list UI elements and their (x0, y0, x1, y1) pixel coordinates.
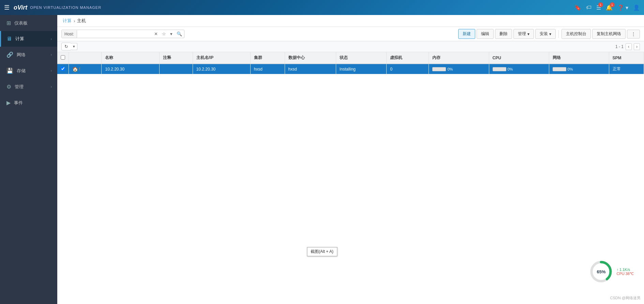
copy-network-button[interactable]: 复制主机网络 (592, 29, 626, 39)
row-memory: 0% (429, 64, 489, 74)
host-icon: 🏠 (72, 66, 78, 72)
breadcrumb: 计算 › 主机 (57, 15, 644, 27)
breadcrumb-current: 主机 (77, 18, 86, 24)
bell-icon[interactable]: 🔔 1 (606, 4, 613, 11)
sidebar-item-dashboard[interactable]: ⊞ 仪表板 (0, 15, 57, 31)
brand: oVirt OPEN VIRTUALIZATION MANAGER (14, 4, 101, 11)
bookmark-icon[interactable]: 🔖 (574, 4, 581, 11)
storage-chevron-icon: › (51, 69, 52, 73)
row-spm: 正常 (609, 64, 644, 74)
hosts-table-container: 名称 注释 主机名/IP 集群 数据中心 状态 虚拟机 内存 CPU 网络 SP… (57, 52, 644, 304)
user-icon[interactable]: 👤 (633, 4, 640, 11)
row-checkbox-cell[interactable] (57, 64, 69, 74)
cpu-info: ↑ 1.1K/s CPU 38℃ (616, 268, 634, 276)
col-status[interactable]: 状态 (336, 52, 387, 64)
brand-logo: oVirt (14, 4, 27, 11)
delete-button[interactable]: 删除 (495, 29, 512, 39)
search-box: Host: ✕ ☆ ▾ 🔍 (61, 30, 184, 38)
breadcrumb-separator: › (74, 18, 75, 24)
row-network: 0% (549, 64, 609, 74)
breadcrumb-parent[interactable]: 计算 (63, 18, 72, 24)
main-layout: ⊞ 仪表板 🖥 计算 › 🔗 网络 › 💾 存储 › ⚙ 管理 › ▶ 事件 (0, 15, 644, 304)
col-spm[interactable]: SPM (609, 52, 644, 64)
table-row[interactable]: 🏠 ! 10.2.20.30 10.2.20.30 hxsd hxsd Inst… (57, 64, 644, 74)
col-network[interactable]: 网络 (549, 52, 609, 64)
sidebar-item-network[interactable]: 🔗 网络 › (0, 47, 57, 63)
prev-page-button[interactable]: ‹ (626, 43, 632, 50)
select-all-checkbox[interactable] (61, 55, 65, 60)
manage-chevron-icon: ▾ (527, 32, 529, 36)
sidebar-item-storage[interactable]: 💾 存储 › (0, 63, 57, 79)
manage-chevron-icon: › (51, 85, 52, 89)
col-hostname[interactable]: 主机名/IP (193, 52, 250, 64)
search-clear-button[interactable]: ✕ (152, 30, 160, 38)
main-content: 计算 › 主机 Host: ✕ ☆ ▾ 🔍 新建 编辑 删除 (57, 15, 644, 304)
sidebar-label-manage: 管理 (15, 84, 47, 90)
install-label: 安装 (540, 31, 548, 37)
network-chevron-icon: › (51, 53, 52, 57)
search-area: Host: ✕ ☆ ▾ 🔍 (61, 30, 456, 38)
col-comment[interactable]: 注释 (159, 52, 193, 64)
speed-arrow-icon: ↑ (616, 268, 618, 272)
install-button[interactable]: 安装 ▾ (535, 29, 556, 39)
search-input[interactable] (77, 30, 152, 38)
cpu-donut-chart: 65% (589, 260, 613, 284)
sidebar-item-manage[interactable]: ⚙ 管理 › (0, 79, 57, 95)
new-button[interactable]: 新建 (458, 29, 475, 39)
refresh-button[interactable]: ↻ (61, 43, 71, 50)
page-info: 1 - 1 (615, 44, 624, 49)
speed-value: 1.1K/s (619, 268, 630, 272)
hosts-table: 名称 注释 主机名/IP 集群 数据中心 状态 虚拟机 内存 CPU 网络 SP… (57, 52, 644, 74)
watermark: CSDN @网络迷男 (610, 295, 641, 301)
more-options-button[interactable]: ⋮ (627, 30, 640, 39)
menu-toggle[interactable]: ☰ (4, 4, 10, 11)
col-datacenter[interactable]: 数据中心 (285, 52, 336, 64)
toolbar-separator (558, 30, 559, 38)
manage-label: 管理 (518, 31, 526, 37)
bell-badge: 1 (610, 2, 615, 7)
row-checkbox[interactable] (61, 66, 65, 71)
tag-icon[interactable]: 🏷 (586, 4, 591, 11)
floating-cpu-widget: 65% ↑ 1.1K/s CPU 38℃ (589, 260, 634, 284)
row-icon-cell: 🏠 ! (69, 64, 102, 74)
row-cpu: 0% (489, 64, 549, 74)
search-star-button[interactable]: ☆ (160, 30, 168, 38)
console-button[interactable]: 主机控制台 (561, 29, 591, 39)
sidebar-label-storage: 存储 (17, 68, 47, 74)
list-badge: 1 (598, 2, 603, 7)
compute-icon: 🖥 (6, 36, 12, 42)
col-cpu[interactable]: CPU (489, 52, 549, 64)
sidebar-item-events[interactable]: ▶ 事件 (0, 95, 57, 111)
table-header-row: 名称 注释 主机名/IP 集群 数据中心 状态 虚拟机 内存 CPU 网络 SP… (57, 52, 644, 64)
col-icon (69, 52, 102, 64)
search-dropdown-button[interactable]: ▾ (168, 30, 175, 38)
sidebar-label-network: 网络 (17, 52, 47, 58)
col-memory[interactable]: 内存 (429, 52, 489, 64)
action-buttons: 新建 编辑 删除 管理 ▾ 安装 ▾ 主机控制台 复制主机网络 ⋮ (458, 29, 640, 39)
app-title: OPEN VIRTUALIZATION MANAGER (30, 5, 101, 10)
manage-icon: ⚙ (6, 83, 11, 90)
row-datacenter: hxsd (285, 64, 336, 74)
refresh-dropdown-button[interactable]: ▾ (71, 43, 77, 50)
storage-icon: 💾 (6, 67, 13, 74)
col-checkbox (57, 52, 69, 64)
cpu-label: CPU (616, 272, 624, 276)
sidebar-label-events: 事件 (14, 100, 52, 106)
pagination: 1 - 1 ‹ › (615, 43, 640, 50)
row-comment (159, 64, 193, 74)
sidebar-label-compute: 计算 (15, 36, 47, 42)
col-name[interactable]: 名称 (102, 52, 159, 64)
sidebar-item-compute[interactable]: 🖥 计算 › (0, 31, 57, 47)
refresh-area: ↻ ▾ (61, 43, 77, 50)
edit-button[interactable]: 编辑 (477, 29, 494, 39)
next-page-button[interactable]: › (634, 43, 640, 50)
col-vms[interactable]: 虚拟机 (387, 52, 429, 64)
cpu-temp: CPU 38℃ (616, 272, 634, 276)
help-icon[interactable]: ❓ ▾ (617, 4, 628, 11)
row-name: 10.2.20.30 (102, 64, 159, 74)
manage-button[interactable]: 管理 ▾ (513, 29, 534, 39)
search-go-button[interactable]: 🔍 (175, 30, 184, 38)
list-icon[interactable]: ☰ 1 (596, 4, 601, 11)
cpu-speed: ↑ 1.1K/s (616, 268, 634, 272)
col-cluster[interactable]: 集群 (250, 52, 285, 64)
